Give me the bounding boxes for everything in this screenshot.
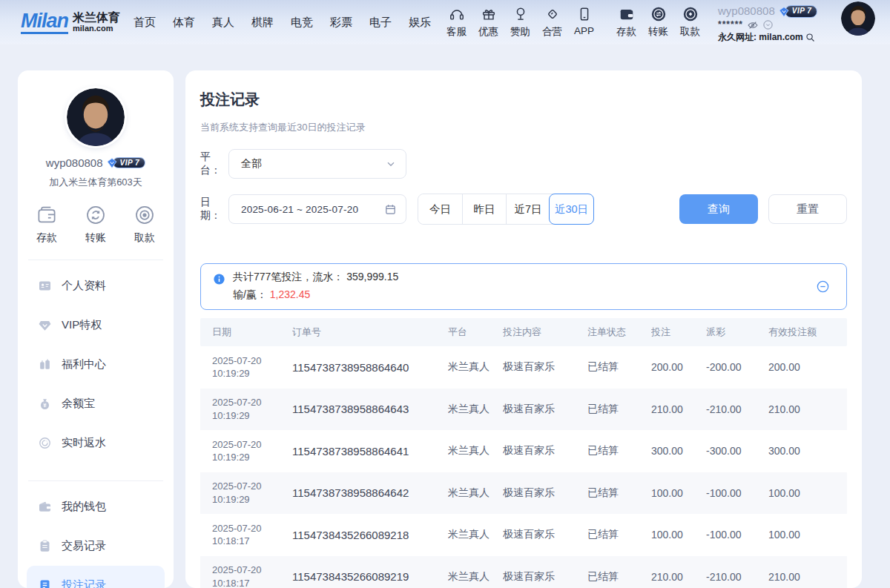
nav-esports[interactable]: 电竞 — [291, 16, 313, 30]
sidebar-item-transactions[interactable]: 交易记录 — [18, 526, 174, 566]
top-bar: Milan 米兰体育 milan.com 首页 体育 真人 棋牌 电竞 彩票 电… — [0, 0, 890, 44]
vip-diamond-icon — [778, 6, 790, 18]
transfer-filled-icon — [650, 6, 667, 22]
quick-date-today[interactable]: 今日 — [418, 194, 462, 224]
sidebar-item-vip[interactable]: VIP特权 — [18, 305, 174, 345]
header-transfer-label: 转账 — [648, 25, 668, 39]
col-valid: 有效投注额 — [768, 326, 835, 339]
col-date: 日期 — [212, 326, 292, 339]
service-app[interactable]: APP — [568, 1, 600, 39]
cell-order-no: 1154738738958864643 — [292, 403, 448, 415]
cell-valid: 100.00 — [768, 487, 835, 499]
top-nav: 首页 体育 真人 棋牌 电竞 彩票 电子 娱乐 — [134, 16, 431, 30]
date-range-input[interactable]: 2025-06-21 ~ 2025-07-20 — [228, 194, 406, 224]
sidebar-avatar[interactable] — [67, 88, 125, 146]
cell-payout: -210.00 — [706, 571, 768, 583]
sidebar-item-transactions-label: 交易记录 — [62, 539, 106, 553]
cell-bet: 300.00 — [651, 445, 706, 457]
cell-content: 极速百家乐 — [503, 486, 587, 500]
quick-date-7days[interactable]: 近7日 — [506, 194, 550, 224]
quick-date-yesterday[interactable]: 昨日 — [462, 194, 506, 224]
withdraw-icon — [134, 204, 156, 226]
sidebar-withdraw-label: 取款 — [134, 231, 155, 245]
sidebar-item-bet-records-label: 投注记录 — [62, 578, 106, 588]
col-content: 投注内容 — [503, 326, 587, 339]
sidebar-item-rebate-label: 实时返水 — [62, 436, 106, 450]
sidebar-transfer-label: 转账 — [85, 231, 106, 245]
cell-bet: 200.00 — [651, 361, 706, 373]
cell-payout: -100.00 — [706, 487, 768, 499]
cell-bet: 100.00 — [651, 487, 706, 499]
sidebar-divider — [28, 260, 163, 260]
table-row: 2025-07-2010:18:17 1154738435266089219 米… — [200, 556, 847, 588]
cell-date: 2025-07-20 — [212, 355, 262, 366]
sidebar-item-wallet[interactable]: 我的钱包 — [18, 487, 174, 526]
nav-cards[interactable]: 棋牌 — [251, 16, 274, 30]
cell-status: 已结算 — [587, 403, 651, 416]
content-layout: wyp080808 VIP 7 加入米兰体育第603天 存款 转账 — [0, 44, 890, 588]
nav-home[interactable]: 首页 — [134, 16, 156, 30]
cell-time: 10:19:29 — [212, 368, 250, 379]
vip-badge: VIP 7 — [778, 5, 818, 18]
vip-diamond-icon — [106, 157, 118, 169]
cell-payout: -100.00 — [706, 529, 768, 541]
col-bet: 投注 — [651, 326, 706, 339]
cell-platform: 米兰真人 — [448, 570, 503, 584]
platform-select[interactable]: 全部 — [228, 149, 406, 179]
service-promotions[interactable]: 优惠 — [472, 1, 504, 39]
cell-bet: 210.00 — [651, 403, 706, 415]
brand-logo[interactable]: Milan 米兰体育 milan.com — [21, 11, 120, 34]
chevron-circle-icon[interactable] — [762, 19, 774, 30]
sidebar-deposit[interactable]: 存款 — [36, 204, 58, 245]
header-transfer[interactable]: 转账 — [642, 1, 674, 39]
sidebar-withdraw[interactable]: 取款 — [134, 204, 156, 245]
cell-content: 极速百家乐 — [503, 528, 587, 541]
reset-button[interactable]: 重置 — [768, 194, 847, 224]
quick-date-30days[interactable]: 近30日 — [549, 194, 594, 225]
sidebar-item-bet-records[interactable]: 投注记录 — [27, 566, 165, 588]
service-sponsor[interactable]: 赞助 — [504, 1, 536, 39]
rebate-icon — [38, 436, 52, 450]
service-support-label: 客服 — [446, 25, 467, 39]
platform-filter-row: 平台： 全部 — [200, 149, 847, 179]
sidebar-transfer[interactable]: 转账 — [85, 204, 107, 245]
sidebar-vip-badge: VIP 7 — [106, 157, 146, 169]
permanent-url: 永久网址: milan.com — [718, 32, 803, 43]
nav-slots[interactable]: 电子 — [369, 16, 392, 30]
cell-platform: 米兰真人 — [448, 444, 503, 457]
search-button[interactable]: 查询 — [679, 194, 758, 224]
sponsor-icon — [512, 6, 529, 22]
nav-lottery[interactable]: 彩票 — [330, 16, 352, 30]
nav-live[interactable]: 真人 — [212, 16, 234, 30]
cell-valid: 210.00 — [768, 571, 835, 583]
sidebar-item-yuebao-label: 余额宝 — [62, 397, 95, 411]
cell-order-no: 1154738435266089219 — [292, 570, 448, 583]
cell-status: 已结算 — [587, 570, 651, 584]
cell-date: 2025-07-20 — [212, 480, 262, 492]
sidebar: wyp080808 VIP 7 加入米兰体育第603天 存款 转账 — [18, 70, 174, 588]
sidebar-item-welfare[interactable]: 福利中心 — [18, 345, 174, 384]
sidebar-item-rebate[interactable]: 实时返水 — [18, 423, 174, 463]
sidebar-item-profile[interactable]: 个人资料 — [18, 266, 174, 305]
table-row: 2025-07-2010:19:29 1154738738958864641 米… — [200, 430, 847, 472]
cell-payout: -200.00 — [706, 361, 768, 373]
cell-date: 2025-07-20 — [212, 439, 262, 450]
cell-content: 极速百家乐 — [503, 444, 587, 457]
collapse-icon[interactable] — [816, 280, 830, 294]
nav-entertainment[interactable]: 娱乐 — [409, 16, 431, 30]
summary-winloss: 输/赢： 1,232.45 — [233, 288, 816, 302]
service-partner[interactable]: 合营 — [536, 1, 568, 39]
avatar[interactable] — [841, 1, 875, 36]
cell-payout: -300.00 — [706, 445, 768, 457]
chevron-down-icon — [385, 158, 397, 170]
main-panel: 投注记录 当前系统支持查询最近30日的投注记录 平台： 全部 日期： 2025-… — [185, 70, 862, 588]
eye-off-icon[interactable] — [747, 19, 759, 31]
nav-sports[interactable]: 体育 — [173, 16, 195, 30]
service-support[interactable]: 客服 — [441, 1, 472, 39]
header-deposit[interactable]: 存款 — [610, 1, 642, 39]
magnifier-icon[interactable] — [805, 32, 816, 43]
col-status: 注单状态 — [587, 326, 651, 339]
page-subtitle: 当前系统支持查询最近30日的投注记录 — [200, 121, 847, 134]
header-withdraw[interactable]: 取款 — [674, 1, 706, 39]
sidebar-item-yuebao[interactable]: 余额宝 — [18, 384, 174, 423]
